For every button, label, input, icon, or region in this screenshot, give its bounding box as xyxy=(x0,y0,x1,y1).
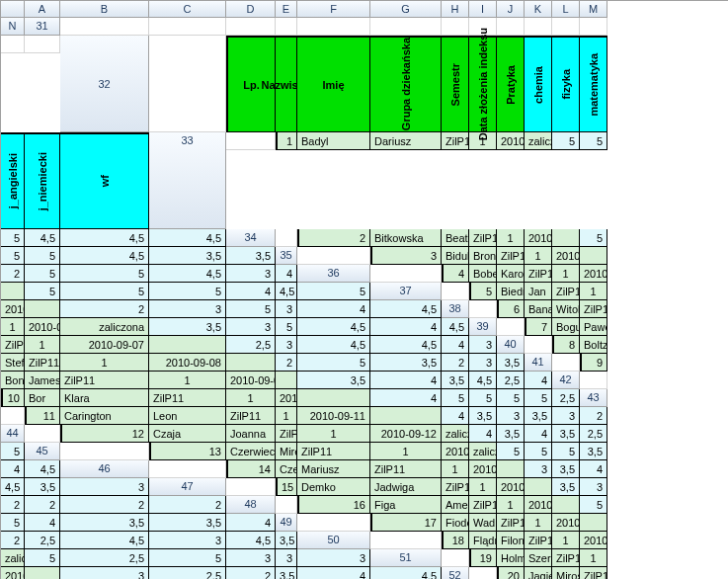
header-jniem[interactable]: j_niemiecki xyxy=(25,132,60,229)
cell-pratyka[interactable] xyxy=(297,389,370,407)
cell[interactable] xyxy=(297,18,370,36)
cell-wf[interactable]: 3,5 xyxy=(226,247,276,265)
cell-nazwisko[interactable]: Badyl xyxy=(297,132,370,150)
cell-jang[interactable]: 2 xyxy=(442,354,469,372)
cell-nazwisko[interactable]: Demko xyxy=(297,478,370,496)
col-header-G[interactable]: G xyxy=(370,1,442,18)
cell-semestr[interactable]: 1 xyxy=(370,443,442,460)
cell-grupa[interactable]: ZilP11 xyxy=(552,549,580,567)
cell-lp[interactable]: 15 xyxy=(276,478,297,496)
cell-fizyka[interactable]: 5 xyxy=(442,389,469,407)
cell-grupa[interactable]: ZilP11 xyxy=(370,460,442,478)
cell-nazwisko[interactable]: Bidula xyxy=(442,247,469,265)
row-header-49[interactable]: 49 xyxy=(276,514,297,532)
cell-matematyka[interactable]: 2 xyxy=(226,567,276,579)
header-imie[interactable]: Imię xyxy=(297,36,370,132)
cell-fizyka[interactable]: 2,5 xyxy=(60,549,149,567)
row-header-31[interactable]: 31 xyxy=(25,18,60,36)
cell-jang[interactable]: 3,5 xyxy=(276,567,297,579)
cell-data[interactable]: 2010-09-17 xyxy=(552,514,580,532)
cell-wf[interactable]: 2 xyxy=(149,496,226,514)
cell-semestr[interactable]: 1 xyxy=(297,425,370,443)
cell[interactable] xyxy=(297,514,370,532)
cell[interactable] xyxy=(525,336,552,354)
col-header-N[interactable]: N xyxy=(1,18,25,36)
cell-imie[interactable]: Mirosław xyxy=(552,567,580,579)
cell[interactable] xyxy=(226,18,276,36)
row-header-42[interactable]: 42 xyxy=(552,372,580,389)
row-header-50[interactable]: 50 xyxy=(297,532,370,549)
cell-pratyka[interactable] xyxy=(25,300,60,318)
cell[interactable] xyxy=(149,460,226,478)
cell-matematyka[interactable]: 4,5 xyxy=(297,336,370,354)
col-header-I[interactable]: I xyxy=(469,1,497,18)
row-header-44[interactable]: 44 xyxy=(1,425,25,443)
cell-data[interactable]: 2010-09-06 xyxy=(25,318,60,336)
cell-grupa[interactable]: ZilP11 xyxy=(580,300,607,318)
cell[interactable] xyxy=(525,18,552,36)
cell-chemia[interactable]: 4 xyxy=(442,407,469,425)
cell-chemia[interactable]: 5 xyxy=(497,443,525,460)
row-header-36[interactable]: 36 xyxy=(297,265,370,283)
cell[interactable] xyxy=(25,425,60,443)
cell[interactable] xyxy=(580,18,607,36)
cell-nazwisko[interactable]: Biedrzycki xyxy=(497,283,525,300)
cell-pratyka[interactable] xyxy=(226,354,276,372)
col-header-M[interactable]: M xyxy=(580,1,607,18)
cell-grupa[interactable]: ZilP11 xyxy=(469,496,497,514)
cell-wf[interactable]: 5 xyxy=(297,283,370,300)
header-grupa[interactable]: Grupa dziekańska xyxy=(370,36,442,132)
cell[interactable] xyxy=(226,478,276,496)
cell-grupa[interactable]: ZilP11 xyxy=(469,229,497,247)
row-header-51[interactable]: 51 xyxy=(370,549,442,567)
cell-lp[interactable]: 19 xyxy=(469,549,497,567)
cell-semestr[interactable]: 1 xyxy=(25,336,60,354)
cell-chemia[interactable]: 2,5 xyxy=(226,336,276,354)
cell-matematyka[interactable]: 2 xyxy=(1,496,25,514)
cell-nazwisko[interactable]: Fiodor xyxy=(442,514,469,532)
cell-nazwisko[interactable]: Bitkowska xyxy=(370,229,442,247)
cell-pratyka[interactable]: zaliczona xyxy=(1,549,25,567)
cell-lp[interactable]: 6 xyxy=(497,300,525,318)
cell-imie[interactable]: Witold xyxy=(552,300,580,318)
cell-matematyka[interactable]: 5 xyxy=(149,549,226,567)
cell[interactable] xyxy=(552,354,580,372)
cell-lp[interactable]: 11 xyxy=(25,407,60,425)
cell-fizyka[interactable]: 5 xyxy=(297,354,370,372)
cell-grupa[interactable]: ZilP11 xyxy=(1,336,25,354)
cell-jniem[interactable]: 4 xyxy=(297,567,370,579)
cell-jang[interactable]: 3 xyxy=(149,532,226,549)
col-header-L[interactable]: L xyxy=(552,1,580,18)
cell-fizyka[interactable]: 5 xyxy=(525,443,552,460)
cell-lp[interactable]: 2 xyxy=(297,229,370,247)
cell-chemia[interactable]: 5 xyxy=(25,549,60,567)
cell-chemia[interactable]: 5 xyxy=(552,132,580,150)
cell-chemia[interactable]: 2 xyxy=(276,354,297,372)
row-header-37[interactable]: 37 xyxy=(370,283,442,300)
cell-nazwisko[interactable]: Banaszak xyxy=(525,300,552,318)
cell-wf[interactable]: 4,5 xyxy=(370,567,442,579)
cell-lp[interactable]: 9 xyxy=(580,354,607,372)
cell[interactable] xyxy=(276,18,297,36)
cell-chemia[interactable]: 3 xyxy=(60,567,149,579)
cell-jniem[interactable]: 2,5 xyxy=(497,372,525,389)
cell-imie[interactable]: Filon xyxy=(497,532,525,549)
cell-wf[interactable]: 5 xyxy=(1,443,25,460)
cell-chemia[interactable]: 4 xyxy=(469,425,497,443)
cell-pratyka[interactable] xyxy=(1,283,25,300)
cell[interactable] xyxy=(25,36,60,53)
cell-fizyka[interactable]: 3 xyxy=(580,478,607,496)
cell-nazwisko[interactable]: Carington xyxy=(60,407,149,425)
cell-jang[interactable]: 4,5 xyxy=(469,372,497,389)
cell-chemia[interactable]: 5 xyxy=(580,496,607,514)
cell-jniem[interactable]: 4 xyxy=(370,318,442,336)
cell-chemia[interactable]: 2 xyxy=(1,265,25,283)
cell[interactable] xyxy=(552,18,580,36)
cell-imie[interactable]: Beata xyxy=(442,229,469,247)
cell-lp[interactable]: 12 xyxy=(60,425,149,443)
cell-jniem[interactable]: 3 xyxy=(552,407,580,425)
row-header-47[interactable]: 47 xyxy=(149,478,226,496)
cell-imie[interactable]: Paweł xyxy=(580,318,607,336)
cell-semestr[interactable]: 1 xyxy=(552,532,580,549)
cell-matematyka[interactable]: 3,5 xyxy=(370,354,442,372)
